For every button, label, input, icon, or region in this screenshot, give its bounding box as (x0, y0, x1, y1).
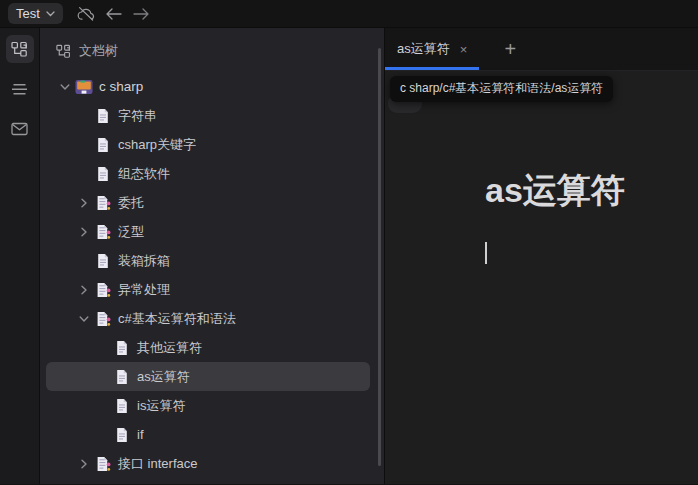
file-tree-header: 文档树 (40, 28, 384, 68)
tree-item-string[interactable]: 字符串 (46, 101, 370, 130)
document-icon (93, 223, 113, 241)
document-icon (93, 252, 113, 270)
tree-item-as-operator[interactable]: as运算符 (46, 362, 370, 391)
chevron-down-icon (46, 11, 55, 17)
text-cursor (485, 242, 487, 264)
dock-item-outline[interactable] (6, 75, 34, 103)
tree-item-label: 装箱拆箱 (118, 252, 170, 270)
document-icon (112, 368, 132, 386)
toggle-arrow-icon[interactable] (75, 310, 93, 328)
file-tree-panel: 文档树 c sharp 字符串 csharp关键字 (40, 28, 384, 484)
tree-item-csharp-keywords[interactable]: csharp关键字 (46, 130, 370, 159)
new-tab-button[interactable]: + (489, 28, 531, 70)
toggle-arrow-icon[interactable] (94, 368, 112, 386)
workspace-button[interactable]: Test (8, 3, 63, 24)
tree-item-label: 组态软件 (118, 165, 170, 183)
toggle-arrow-icon[interactable] (75, 252, 93, 270)
tree-item-is-operator[interactable]: is运算符 (46, 391, 370, 420)
tree-item-label: 泛型 (118, 223, 144, 241)
tree-item-label: 异常处理 (118, 281, 170, 299)
tree-item-if[interactable]: if (46, 420, 370, 449)
document-icon (93, 165, 113, 183)
arrow-left-icon[interactable] (105, 5, 123, 23)
tree-item-label: if (137, 427, 144, 442)
toggle-arrow-icon[interactable] (75, 194, 93, 212)
document-icon (93, 281, 113, 299)
cloud-off-icon[interactable] (77, 5, 95, 23)
notebook-icon (74, 78, 94, 96)
dock-bar (0, 28, 40, 484)
dock-item-file-tree[interactable] (6, 35, 34, 63)
document-icon (93, 455, 113, 473)
active-tab-underline (385, 67, 479, 70)
document-icon (112, 397, 132, 415)
editor-area: as运算符 × + c sharp/c#基本运算符和语法/as运算符 as运算符 (384, 28, 698, 484)
document-content[interactable]: as运算符 (485, 168, 668, 264)
tab-bar: as运算符 × + (385, 28, 698, 71)
tab-as-operator[interactable]: as运算符 × (385, 28, 479, 70)
toggle-arrow-icon[interactable] (94, 397, 112, 415)
toggle-arrow-icon[interactable] (94, 339, 112, 357)
tree-item-operators-syntax[interactable]: c#基本运算符和语法 (46, 304, 370, 333)
tree-item-scada[interactable]: 组态软件 (46, 159, 370, 188)
document-icon (112, 426, 132, 444)
close-icon[interactable]: × (460, 42, 468, 57)
toggle-arrow-icon[interactable] (75, 136, 93, 154)
document-icon (93, 136, 113, 154)
file-tree-icon (11, 41, 28, 58)
tree-item-label: as运算符 (137, 368, 190, 386)
tab-label: as运算符 (397, 40, 450, 58)
tree-item-interface[interactable]: 接口 interface (46, 449, 370, 478)
tree-item-exception[interactable]: 异常处理 (46, 275, 370, 304)
toggle-arrow-icon[interactable] (56, 78, 74, 96)
toggle-arrow-icon[interactable] (75, 281, 93, 299)
toggle-arrow-icon[interactable] (75, 455, 93, 473)
tree-item-label: is运算符 (137, 397, 185, 415)
tree-item-label: csharp关键字 (118, 136, 196, 154)
document-icon (93, 194, 113, 212)
outline-icon (11, 83, 28, 96)
document-icon (112, 339, 132, 357)
mail-icon (11, 122, 28, 136)
toggle-arrow-icon[interactable] (75, 107, 93, 125)
file-tree-title: 文档树 (79, 42, 118, 60)
tree-item-label: c sharp (99, 79, 143, 94)
top-toolbar: Test (0, 0, 698, 28)
tree-item-delegate[interactable]: 委托 (46, 188, 370, 217)
toggle-arrow-icon[interactable] (94, 426, 112, 444)
document-tree: c sharp 字符串 csharp关键字 组态软件 (40, 68, 384, 478)
tree-item-generic[interactable]: 泛型 (46, 217, 370, 246)
arrow-right-icon[interactable] (133, 5, 151, 23)
dock-item-inbox[interactable] (6, 115, 34, 143)
document-icon (93, 310, 113, 328)
tree-item-c-sharp[interactable]: c sharp (46, 72, 370, 101)
breadcrumb-path-tooltip: c sharp/c#基本运算符和语法/as运算符 (390, 76, 613, 102)
workspace-label: Test (16, 6, 40, 21)
toggle-arrow-icon[interactable] (75, 165, 93, 183)
file-tree-icon (56, 44, 71, 59)
tree-item-other-operators[interactable]: 其他运算符 (46, 333, 370, 362)
tree-scrollbar[interactable] (378, 48, 381, 466)
document-icon (93, 107, 113, 125)
tree-item-boxing[interactable]: 装箱拆箱 (46, 246, 370, 275)
tree-item-label: 接口 interface (118, 455, 197, 473)
tree-item-label: c#基本运算符和语法 (118, 310, 236, 328)
document-title[interactable]: as运算符 (485, 168, 668, 212)
tree-item-label: 其他运算符 (137, 339, 202, 357)
tree-item-label: 字符串 (118, 107, 157, 125)
toggle-arrow-icon[interactable] (75, 223, 93, 241)
tree-item-label: 委托 (118, 194, 144, 212)
